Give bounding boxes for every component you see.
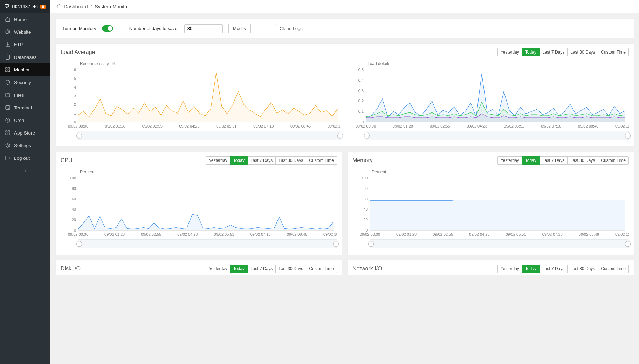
controls-bar: Turn on Monitory Number of days to save:… bbox=[55, 18, 634, 39]
sidebar-item-logout[interactable]: Log out bbox=[0, 152, 50, 164]
sidebar-item-ftp[interactable]: FTP bbox=[0, 38, 50, 51]
svg-text:09/02 10:14: 09/02 10:14 bbox=[615, 232, 629, 236]
chart-subtitle-memory: Percent bbox=[352, 167, 629, 176]
breadcrumb-home[interactable]: Dashboard bbox=[64, 4, 88, 9]
svg-rect-12 bbox=[8, 133, 10, 135]
scrub-handle-left[interactable] bbox=[76, 241, 82, 247]
clean-logs-button[interactable]: Clean Logs bbox=[275, 24, 307, 33]
scrubber-resource[interactable] bbox=[78, 131, 341, 140]
time-range-btn-last-30-days[interactable]: Last 30 Days bbox=[567, 156, 598, 165]
time-range-btn-last-30-days[interactable]: Last 30 Days bbox=[275, 265, 306, 273]
time-range-btn-yesterday[interactable]: Yesterday bbox=[497, 156, 522, 165]
scrub-handle-right[interactable] bbox=[337, 133, 343, 138]
svg-text:0: 0 bbox=[362, 120, 364, 124]
time-range-btn-last-7-days[interactable]: Last 7 Days bbox=[247, 265, 276, 273]
sidebar-item-cron[interactable]: Cron bbox=[0, 114, 50, 126]
time-range-btn-last-7-days[interactable]: Last 7 Days bbox=[247, 156, 276, 165]
days-input[interactable] bbox=[184, 24, 223, 33]
svg-text:09/02 04:23: 09/02 04:23 bbox=[467, 124, 487, 128]
chart-subtitle-cpu: Percent bbox=[61, 167, 337, 176]
time-range-btn-custom-time[interactable]: Custom Time bbox=[598, 48, 629, 56]
time-range-btn-custom-time[interactable]: Custom Time bbox=[598, 156, 629, 165]
sidebar-item-home[interactable]: Home bbox=[0, 13, 50, 26]
sidebar-item-label: Terminal bbox=[14, 105, 32, 110]
time-range-btn-yesterday[interactable]: Yesterday bbox=[206, 156, 231, 165]
time-range-btn-yesterday[interactable]: Yesterday bbox=[497, 265, 522, 273]
svg-text:0.3: 0.3 bbox=[358, 89, 364, 93]
time-range-btn-today[interactable]: Today bbox=[522, 48, 540, 56]
scrub-handle-right[interactable] bbox=[625, 133, 631, 138]
modify-button[interactable]: Modify bbox=[228, 24, 251, 33]
sidebar-add-button[interactable]: + bbox=[0, 164, 50, 178]
time-range-btn-last-7-days[interactable]: Last 7 Days bbox=[539, 156, 568, 165]
svg-text:09/02 01:28: 09/02 01:28 bbox=[393, 124, 413, 128]
svg-text:09/02 02:55: 09/02 02:55 bbox=[430, 124, 450, 128]
scrubber-memory[interactable] bbox=[370, 239, 629, 248]
svg-text:60: 60 bbox=[364, 197, 368, 201]
sidebar-item-terminal[interactable]: Terminal bbox=[0, 101, 50, 114]
svg-text:2: 2 bbox=[74, 102, 76, 107]
svg-text:09/02 10:14: 09/02 10:14 bbox=[323, 232, 337, 236]
svg-text:09/02 05:51: 09/02 05:51 bbox=[216, 124, 236, 128]
time-range-btn-last-30-days[interactable]: Last 30 Days bbox=[275, 156, 306, 165]
svg-text:09/02 07:18: 09/02 07:18 bbox=[541, 124, 561, 128]
scrub-handle-right[interactable] bbox=[333, 241, 339, 247]
svg-text:09/02 10:14: 09/02 10:14 bbox=[328, 124, 341, 128]
scrubber-load-details[interactable] bbox=[366, 131, 629, 140]
monitor-toggle[interactable] bbox=[102, 25, 113, 32]
settings-icon bbox=[5, 143, 11, 148]
svg-text:09/02 02:55: 09/02 02:55 bbox=[141, 232, 161, 236]
security-icon bbox=[5, 80, 11, 85]
website-icon bbox=[5, 29, 11, 35]
ftp-icon bbox=[5, 42, 11, 47]
panel-disk-io: Disk I/O YesterdayTodayLast 7 DaysLast 3… bbox=[55, 260, 342, 275]
chart-memory: 02040608010009/02 00:0009/02 01:2809/02 … bbox=[352, 176, 629, 237]
time-range-btn-last-7-days[interactable]: Last 7 Days bbox=[539, 48, 568, 56]
time-range-btn-yesterday[interactable]: Yesterday bbox=[497, 48, 522, 56]
svg-text:4: 4 bbox=[74, 85, 76, 89]
svg-text:09/02 00:00: 09/02 00:00 bbox=[68, 124, 88, 128]
sidebar-item-website[interactable]: Website bbox=[0, 26, 50, 38]
time-range-btn-last-30-days[interactable]: Last 30 Days bbox=[567, 265, 598, 273]
notification-badge[interactable]: 0 bbox=[40, 5, 46, 9]
chart-subtitle-resource: Resource usage % bbox=[61, 59, 341, 68]
sidebar-item-databases[interactable]: Databases bbox=[0, 51, 50, 63]
time-range-btn-today[interactable]: Today bbox=[522, 265, 540, 273]
breadcrumb-current: System Monitor bbox=[95, 4, 129, 9]
time-range-btn-custom-time[interactable]: Custom Time bbox=[306, 265, 337, 273]
svg-text:0: 0 bbox=[74, 228, 76, 232]
svg-text:09/02 00:00: 09/02 00:00 bbox=[356, 124, 376, 128]
svg-text:80: 80 bbox=[364, 186, 368, 191]
svg-text:09/02 05:51: 09/02 05:51 bbox=[506, 232, 526, 236]
time-range-btn-last-30-days[interactable]: Last 30 Days bbox=[567, 48, 598, 56]
panel-load-average: Load Average YesterdayTodayLast 7 DaysLa… bbox=[55, 43, 634, 147]
panel-title-disk: Disk I/O bbox=[61, 266, 81, 272]
scrub-handle-left[interactable] bbox=[368, 241, 374, 247]
time-range-memory: YesterdayTodayLast 7 DaysLast 30 DaysCus… bbox=[497, 156, 629, 165]
server-ip: 192.168.1.46 bbox=[11, 4, 38, 9]
sidebar-item-label: Monitor bbox=[14, 67, 30, 73]
time-range-btn-custom-time[interactable]: Custom Time bbox=[306, 156, 337, 165]
scrub-handle-left[interactable] bbox=[364, 133, 370, 138]
sidebar-item-monitor[interactable]: Monitor bbox=[0, 63, 50, 76]
time-range-btn-last-7-days[interactable]: Last 7 Days bbox=[539, 265, 568, 273]
sidebar-item-settings[interactable]: Settings bbox=[0, 139, 50, 152]
sidebar-item-appstore[interactable]: App Store bbox=[0, 126, 50, 139]
svg-text:09/02 00:00: 09/02 00:00 bbox=[360, 232, 380, 236]
time-range-btn-custom-time[interactable]: Custom Time bbox=[598, 265, 629, 273]
svg-text:09/02 08:46: 09/02 08:46 bbox=[287, 232, 307, 236]
time-range-btn-today[interactable]: Today bbox=[230, 156, 248, 165]
svg-text:09/02 01:28: 09/02 01:28 bbox=[396, 232, 417, 236]
time-range-btn-today[interactable]: Today bbox=[522, 156, 540, 165]
sidebar-item-files[interactable]: Files bbox=[0, 89, 50, 101]
svg-rect-4 bbox=[8, 68, 10, 69]
sidebar-item-label: Log out bbox=[14, 156, 30, 161]
scrub-handle-left[interactable] bbox=[76, 133, 82, 138]
time-range-btn-today[interactable]: Today bbox=[230, 265, 248, 273]
sidebar-item-security[interactable]: Security bbox=[0, 76, 50, 89]
scrub-handle-right[interactable] bbox=[625, 241, 631, 247]
scrubber-cpu[interactable] bbox=[78, 239, 337, 248]
chart-subtitle-load-details: Load details bbox=[348, 59, 629, 68]
time-range-btn-yesterday[interactable]: Yesterday bbox=[206, 265, 231, 273]
svg-text:09/02 01:28: 09/02 01:28 bbox=[104, 232, 125, 236]
